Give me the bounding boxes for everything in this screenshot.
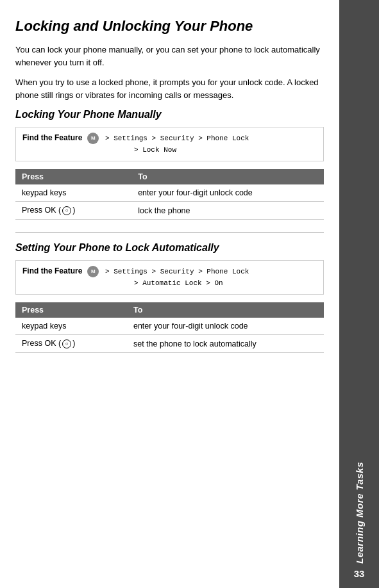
table-row: keypad keys enter your four-digit unlock… xyxy=(15,318,324,335)
menu-icon-2: M xyxy=(87,266,99,277)
page-title: Locking and Unlocking Your Phone xyxy=(15,18,324,35)
section2-row1-press: keypad keys xyxy=(15,318,127,335)
section1-find-feature-box: Find the Feature M > Settings > Security… xyxy=(15,127,324,161)
section2-table: Press To keypad keys enter your four-dig… xyxy=(15,302,324,353)
section2-row1-to: enter your four-digit unlock code xyxy=(127,318,324,335)
intro-para2: When you try to use a locked phone, it p… xyxy=(15,76,324,101)
section2-table-header-row: Press To xyxy=(15,302,324,318)
section2-row2-press: Press OK (○) xyxy=(15,335,127,353)
section2-find-feature-label: Find the Feature xyxy=(22,266,82,277)
section1-table: Press To keypad keys enter your four-dig… xyxy=(15,169,324,220)
section1-table-header-row: Press To xyxy=(15,169,324,184)
page-container: Locking and Unlocking Your Phone You can… xyxy=(0,0,379,588)
section1-find-feature-label: Find the Feature xyxy=(22,133,82,143)
section1-col2-header: To xyxy=(131,169,324,184)
ok-circle-icon-2: ○ xyxy=(62,339,71,348)
intro-para1: You can lock your phone manually, or you… xyxy=(15,44,324,69)
section2-col2-header: To xyxy=(127,302,324,318)
section1-row1-to: enter your four-digit unlock code xyxy=(131,184,324,202)
section1-row2-press: Press OK (○) xyxy=(15,202,131,220)
sidebar-page-number: 33 xyxy=(354,568,365,579)
section1-title: Locking Your Phone Manually xyxy=(15,109,324,120)
menu-icon-1: M xyxy=(87,133,99,144)
main-content: Locking and Unlocking Your Phone You can… xyxy=(0,0,339,588)
section2-find-feature-box: Find the Feature M > Settings > Security… xyxy=(15,260,324,295)
section2-title: Setting Your Phone to Lock Automatically xyxy=(15,242,324,254)
sidebar: Learning More Tasks 33 xyxy=(339,0,379,588)
section1-col1-header: Press xyxy=(15,169,131,184)
table-row: keypad keys enter your four-digit unlock… xyxy=(15,184,324,202)
section2-find-feature-path: M > Settings > Security > Phone Lock > A… xyxy=(87,266,249,289)
section2-row2-to: set the phone to lock automatically xyxy=(127,335,324,353)
section1-row1-press: keypad keys xyxy=(15,184,131,202)
table-row: Press OK (○) lock the phone xyxy=(15,202,324,220)
section2-col1-header: Press xyxy=(15,302,127,318)
section1-find-feature-path: M > Settings > Security > Phone Lock > L… xyxy=(87,133,249,156)
divider xyxy=(15,233,324,233)
ok-circle-icon-1: ○ xyxy=(62,206,71,215)
section1-row2-to: lock the phone xyxy=(131,202,324,220)
sidebar-title: Learning More Tasks xyxy=(354,462,365,564)
table-row: Press OK (○) set the phone to lock autom… xyxy=(15,335,324,353)
